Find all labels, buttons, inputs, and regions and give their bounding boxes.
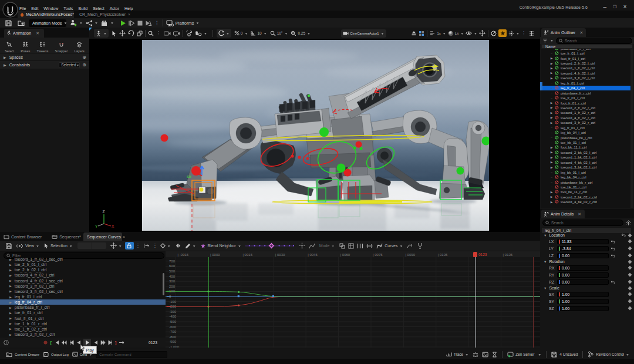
svg-text:-400: -400	[169, 315, 177, 318]
svg-text:Z: Z	[103, 210, 105, 214]
svg-text:-600: -600	[169, 325, 177, 329]
svg-text:| 0045: | 0045	[308, 253, 318, 257]
svg-text:| 0060: | 0060	[340, 253, 350, 257]
svg-text:700: 700	[169, 259, 176, 263]
svg-text:200: 200	[169, 285, 176, 288]
svg-text:100: 100	[169, 289, 176, 293]
svg-text:0123: 0123	[478, 252, 487, 257]
svg-text:-800: -800	[169, 335, 177, 339]
svg-text:-1,000: -1,000	[169, 345, 180, 348]
svg-text:| 0105: | 0105	[438, 253, 448, 257]
svg-text:300: 300	[169, 279, 176, 283]
svg-text:SB: SB	[187, 175, 191, 178]
svg-text:X: X	[112, 224, 114, 228]
svg-text:| 0015: | 0015	[242, 253, 252, 257]
svg-text:-100: -100	[169, 300, 177, 304]
svg-text:-300: -300	[169, 310, 177, 314]
svg-text:500: 500	[169, 269, 176, 273]
svg-text:| 0030: | 0030	[275, 253, 285, 257]
svg-text:| 0075: | 0075	[373, 253, 383, 257]
svg-text:| 0000: | 0000	[210, 253, 220, 257]
svg-text:-200: -200	[169, 305, 177, 308]
svg-text:| 0135: | 0135	[503, 253, 513, 257]
svg-text:| -0015: | -0015	[178, 253, 189, 257]
svg-text:| 0090: | 0090	[405, 253, 415, 257]
svg-text:-900: -900	[169, 340, 177, 343]
svg-text:Y: Y	[95, 224, 98, 228]
svg-text:-500: -500	[169, 320, 177, 323]
svg-text:-700: -700	[169, 330, 177, 333]
svg-text:400: 400	[169, 275, 176, 278]
svg-text:600: 600	[169, 264, 176, 268]
